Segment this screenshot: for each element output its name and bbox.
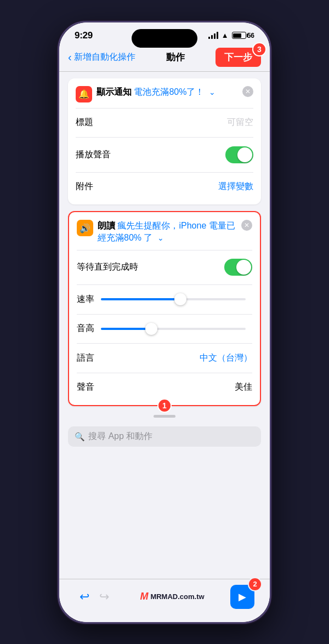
content-area: 🔔 顯示通知 電池充滿80%了！ ⌄ ✕ 標題 可留空 [59,72,270,579]
divider [77,314,252,315]
attach-row: 附件 選擇變數 [76,176,253,197]
search-bar[interactable]: 🔍 搜尋 App 和動作 [68,426,261,447]
voice-row: 聲音 美佳 [77,377,252,397]
divider [76,108,253,109]
bottom-toolbar: ↩ ↪ M MRMAD.com.tw ▶ 2 [59,579,270,622]
undo-button[interactable]: ↩ [75,587,94,607]
sound-label: 播放聲音 [76,149,111,161]
wait-label: 等待直到完成時 [77,261,138,273]
sound-toggle[interactable] [225,146,253,163]
status-time: 9:29 [75,30,93,41]
play-badge: 2 [248,577,262,591]
dynamic-island [132,29,197,48]
signal-icon [208,32,218,39]
lang-row: 語言 中文（台灣） [77,348,252,368]
search-icon: 🔍 [75,432,85,442]
chevron-down-icon[interactable]: ⌄ [209,88,215,96]
nav-back-label: 新增自動化操作 [74,52,135,63]
screen: 9:29 ▲ 56 ‹ 新增 [59,22,270,622]
divider [77,343,252,344]
notification-icon: 🔔 [76,86,92,102]
divider [77,284,252,285]
phone-frame: 9:29 ▲ 56 ‹ 新增 [58,21,271,624]
divider [76,172,253,173]
notification-action-name: 顯示通知 [97,87,132,96]
divider [77,373,252,373]
mrmad-logo: M MRMAD.com.tw [140,591,204,602]
pitch-row: 音高 [77,318,252,339]
notification-card: 🔔 顯示通知 電池充滿80%了！ ⌄ ✕ 標題 可留空 [68,78,261,205]
play-icon: ▶ [239,591,246,603]
pitch-slider[interactable] [101,323,246,334]
status-icons: ▲ 56 [208,31,254,39]
lang-label: 語言 [77,352,94,364]
speak-action-content[interactable]: 瘋先生提醒你，iPhone 電量已經充滿80% 了 [98,221,235,242]
attach-label: 附件 [76,181,93,192]
voice-label: 聲音 [77,381,94,393]
title-row: 標題 可留空 [76,112,253,133]
notification-action-content[interactable]: 電池充滿80%了！ [134,87,204,96]
sound-row: 播放聲音 [76,142,253,168]
redo-button[interactable]: ↪ [94,587,114,607]
redo-icon: ↪ [99,590,109,604]
attach-value[interactable]: 選擇變數 [218,181,253,192]
undo-icon: ↩ [80,590,89,604]
lang-value[interactable]: 中文（台灣） [200,352,252,364]
title-placeholder[interactable]: 可留空 [227,117,253,128]
speed-row: 速率 [77,289,252,310]
speak-icon: 🔊 [77,220,93,236]
card2-badge: 1 [157,398,172,413]
speak-action-name: 朗讀 [98,221,115,230]
speed-label: 速率 [77,294,94,305]
wait-toggle[interactable] [224,259,252,276]
divider [76,137,253,138]
divider [77,250,252,250]
speak-card: 🔊 朗讀 瘋先生提醒你，iPhone 電量已經充滿80% 了 ⌄ ✕ 等待直到完… [68,211,261,406]
title-label: 標題 [76,117,93,128]
speed-slider[interactable] [101,294,246,305]
search-input[interactable]: 搜尋 App 和動作 [88,431,152,442]
drag-handle [154,415,175,418]
nav-title: 動作 [166,51,185,64]
voice-value[interactable]: 美佳 [235,381,252,393]
speak-close-button[interactable]: ✕ [241,220,252,231]
chevron-down-icon[interactable]: ⌄ [157,233,164,242]
pitch-label: 音高 [77,323,94,334]
next-badge: 3 [252,42,266,56]
back-arrow-icon: ‹ [68,52,72,62]
battery-icon: 56 [232,32,254,39]
wifi-icon: ▲ [222,31,229,39]
wait-row: 等待直到完成時 [77,254,252,280]
notification-close-button[interactable]: ✕ [242,86,253,97]
nav-back-button[interactable]: ‹ 新增自動化操作 [68,52,135,63]
mrmad-text: MRMAD.com.tw [150,592,204,601]
